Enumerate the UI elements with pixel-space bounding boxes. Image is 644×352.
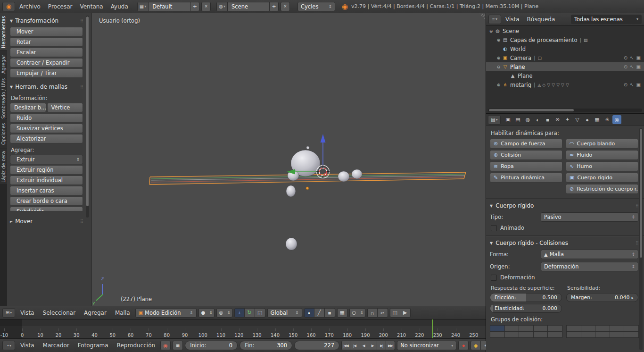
expand-toggle-icon[interactable]: ⊕ bbox=[495, 56, 502, 60]
scene-browse-button[interactable]: ◍ ▾ bbox=[217, 2, 228, 11]
menu-vista-timeline[interactable]: Vista bbox=[17, 342, 38, 349]
properties-scrollbar[interactable] bbox=[639, 128, 643, 350]
render-engine-dropdown[interactable]: Cycles ⇕ bbox=[297, 2, 335, 11]
rigid-body-type-dropdown[interactable]: Pasivo ⇕ bbox=[541, 212, 638, 222]
tool-button-aleatorizar[interactable]: Aleatorizar bbox=[10, 134, 83, 143]
collision-group-cell[interactable] bbox=[595, 325, 610, 332]
physics-dynamic-paint-button[interactable]: ✎Pintura dinámica bbox=[490, 173, 562, 183]
collision-group-cell[interactable] bbox=[581, 325, 596, 332]
menu-ventana[interactable]: Ventana bbox=[76, 3, 106, 10]
tool-button-rotar[interactable]: Rotar bbox=[10, 37, 83, 47]
increment-arrow-icon[interactable]: ▸ bbox=[631, 295, 634, 300]
delete-scene-button[interactable]: × bbox=[281, 2, 290, 11]
pointer-icon[interactable]: ↖ bbox=[630, 64, 634, 69]
viewport-3d[interactable]: Usuario (ortog) (227) Plane z y bbox=[91, 13, 486, 306]
tool-button-mover[interactable]: Mover bbox=[10, 27, 83, 36]
collapse-toggle-icon[interactable]: ⊖ bbox=[495, 65, 502, 69]
timeline-ruler[interactable]: -100102030405060708090100110120130140150… bbox=[0, 319, 486, 338]
rigid-body-collisions-panel-header[interactable]: ▼ Cuerpo rígido - Colisiones ⠿ bbox=[490, 240, 638, 246]
viewport-shading-dropdown[interactable]: ● ⇕ bbox=[198, 308, 215, 318]
menu-vista-outliner[interactable]: Vista bbox=[502, 16, 523, 23]
tab-material[interactable]: ● bbox=[583, 115, 592, 124]
frame-start-field[interactable]: Inicio: 0 bbox=[185, 341, 238, 350]
manipulator-translate-button[interactable]: + bbox=[234, 308, 245, 318]
move-panel-header[interactable]: ► Mover ⠿ bbox=[10, 217, 83, 226]
collision-group-cell[interactable] bbox=[595, 331, 610, 338]
collision-group-cell[interactable] bbox=[519, 331, 534, 338]
outliner-row-plane[interactable]: ⊖▽Plane⊙↖▣ bbox=[486, 62, 644, 71]
face-select-button[interactable]: ■ bbox=[325, 308, 335, 318]
tool-tab-opciones[interactable]: Opciones bbox=[0, 119, 7, 149]
physics-cloth-button[interactable]: ≋Ropa bbox=[490, 161, 562, 171]
play-button[interactable]: ▶ bbox=[368, 341, 377, 350]
tab-world[interactable]: ◐ bbox=[533, 115, 542, 124]
manipulator-rotate-button[interactable]: ↻ bbox=[245, 308, 255, 318]
collision-shape-dropdown[interactable]: ▲ Malla ⇕ bbox=[541, 250, 638, 259]
menu-malla[interactable]: Malla bbox=[112, 310, 133, 316]
deforming-checkbox-row[interactable]: Deformación bbox=[491, 274, 638, 281]
collision-group-cell[interactable] bbox=[519, 325, 534, 332]
pointer-icon[interactable]: ↖ bbox=[630, 82, 634, 87]
menu-marcador[interactable]: Marcador bbox=[40, 342, 73, 349]
camera-restrict-icon[interactable]: ▣ bbox=[636, 64, 641, 69]
tab-physics[interactable]: ◎ bbox=[612, 115, 621, 124]
eye-icon[interactable]: ⊙ bbox=[624, 64, 627, 69]
collision-group-cell[interactable] bbox=[581, 331, 596, 338]
collision-group-cell[interactable] bbox=[504, 325, 520, 332]
eye-icon[interactable]: ⊙ bbox=[624, 82, 627, 87]
menu-vista-3d[interactable]: Vista bbox=[17, 310, 38, 316]
tool-button-subdividir[interactable]: Subdividir bbox=[10, 207, 83, 211]
tab-constraints[interactable]: ⊗ bbox=[553, 115, 562, 124]
frame-end-field[interactable]: Fin: 300 bbox=[239, 341, 292, 350]
snap-toggle-button[interactable]: ∩ bbox=[367, 308, 378, 318]
panel-drag-dots-icon[interactable]: ⠿ bbox=[80, 84, 83, 90]
tab-object-data[interactable]: ▽ bbox=[573, 115, 582, 124]
tool-button-contraer-expandir[interactable]: Contraer / Expandir bbox=[10, 58, 83, 67]
menu-reproduccion[interactable]: Reproducción bbox=[114, 342, 159, 349]
collision-group-cell[interactable] bbox=[566, 331, 581, 338]
tool-button-suavizar-vértices[interactable]: Suavizar vértices bbox=[10, 124, 83, 133]
physics-soft-body-button[interactable]: ◠Cuerpo blando bbox=[566, 139, 638, 149]
editor-type-button-timeline[interactable]: ◔ ▾ bbox=[2, 341, 15, 350]
next-keyframe-button[interactable]: ▶| bbox=[377, 341, 386, 350]
mesh-tools-panel-header[interactable]: ▼ Herram. de mallas ⠿ bbox=[10, 82, 83, 92]
collision-source-dropdown[interactable]: Deformación ⇕ bbox=[541, 262, 638, 271]
outliner-row-capas-de-procesamiento[interactable]: ⊕▤Capas de procesamiento|▤ bbox=[486, 35, 644, 44]
rigid-body-panel-header[interactable]: ▼ Cuerpo rígido ⠿ bbox=[490, 202, 638, 209]
keying-set-button[interactable]: ◆ bbox=[471, 341, 481, 350]
physics-force-field-button[interactable]: ⊛Campo de fuerza bbox=[490, 139, 562, 149]
tool-button-extruir-individual[interactable]: Extruir individual bbox=[10, 176, 83, 185]
tool-tab-agregar[interactable]: Agregar bbox=[0, 51, 7, 78]
tab-render-layers[interactable]: ▤ bbox=[513, 115, 522, 124]
editor-type-button-3dview[interactable]: ⊞ ▾ bbox=[2, 308, 15, 318]
extrude-menu-dropdown[interactable]: Extruir ⇕ bbox=[10, 155, 83, 164]
outliner-row-camera[interactable]: ⊕▣Camera|▢⊙↖▣ bbox=[486, 53, 644, 62]
outliner-row-scene[interactable]: ⊖◍Scene bbox=[486, 26, 644, 35]
menu-ayuda[interactable]: Ayuda bbox=[107, 3, 132, 10]
scrollbar-thumb[interactable] bbox=[489, 109, 574, 111]
current-frame-indicator[interactable] bbox=[432, 319, 433, 338]
physics-rigid-body-button[interactable]: ▣Cuerpo rígido bbox=[566, 173, 638, 183]
camera-restrict-icon[interactable]: ▣ bbox=[636, 55, 641, 60]
panel-drag-dots-icon[interactable]: ⠿ bbox=[80, 219, 83, 224]
friction-slider[interactable]: Fricción: 0.500 bbox=[490, 293, 562, 302]
transform-panel-header[interactable]: ▼ Transformación ⠿ bbox=[10, 16, 83, 25]
jump-to-end-button[interactable]: ▶▶| bbox=[386, 341, 395, 350]
collision-group-cell[interactable] bbox=[566, 325, 581, 332]
tab-modifiers[interactable]: ✦ bbox=[563, 115, 572, 124]
tool-tab-sombreado-uvs[interactable]: Sombreado / UVs bbox=[0, 78, 7, 119]
tool-button-insertar-caras[interactable]: Insertar caras bbox=[10, 186, 83, 195]
tab-render[interactable]: ▣ bbox=[504, 115, 512, 124]
tool-button-vértice[interactable]: Vértice bbox=[47, 103, 83, 112]
scrollbar-thumb[interactable] bbox=[640, 129, 642, 258]
sync-mode-dropdown[interactable]: No sincronizar ▾ bbox=[397, 341, 456, 350]
physics-smoke-button[interactable]: ∿Humo bbox=[566, 161, 638, 171]
animated-checkbox[interactable] bbox=[491, 225, 497, 231]
menu-agregar[interactable]: Agregar bbox=[81, 310, 110, 316]
editor-type-button-outliner[interactable]: ≡ ▾ bbox=[488, 15, 501, 24]
tool-button-escalar[interactable]: Escalar bbox=[10, 48, 83, 57]
play-reverse-button[interactable]: ◀ bbox=[359, 341, 368, 350]
collision-group-cell[interactable] bbox=[624, 331, 639, 338]
collision-group-cell[interactable] bbox=[610, 325, 625, 332]
margin-field[interactable]: Margen: 0.040 ▸ bbox=[566, 293, 638, 302]
